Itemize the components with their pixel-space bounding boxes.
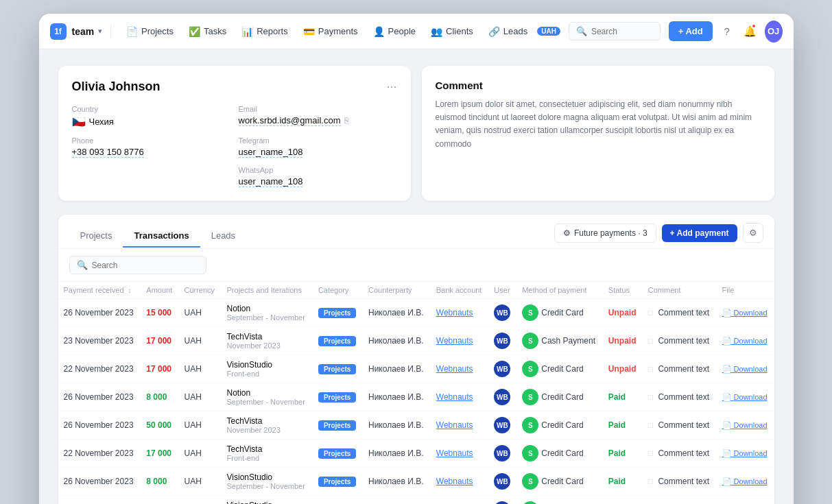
add-button[interactable]: + Add [669, 21, 713, 41]
cell-bank[interactable]: Webnauts [431, 355, 489, 383]
cell-currency: UAH [178, 411, 221, 440]
cell-category: Projects [313, 496, 363, 505]
cell-date: 26 November 2023 [58, 411, 141, 440]
cell-bank[interactable]: Webnauts [431, 411, 489, 440]
future-payments-button[interactable]: ⚙ Future payments · 3 [554, 224, 656, 243]
cell-file[interactable]: 📄 Download [717, 383, 774, 411]
tab-projects[interactable]: Projects [69, 225, 123, 248]
table-tabs: Projects Transactions Leads ⚙ Future pay… [58, 215, 774, 249]
project-iteration: November 2023 [227, 341, 307, 350]
project-name: TechVista [227, 416, 307, 426]
cell-bank[interactable]: Webnauts [431, 440, 489, 468]
cell-user: WB [488, 383, 516, 411]
nav-item-people[interactable]: 👤 People [366, 22, 423, 41]
download-link[interactable]: 📄 Download [722, 421, 768, 429]
cell-category: Projects [313, 468, 363, 496]
cell-project: VisionStudio September - November [222, 468, 313, 496]
tab-leads[interactable]: Leads [200, 225, 246, 248]
col-projects: Projects and Iterations [222, 282, 313, 299]
project-name: VisionStudio [227, 501, 307, 504]
cell-file[interactable]: 📄 Download [717, 440, 774, 468]
cell-counterparty: Николаев И.В. [363, 383, 431, 411]
col-amount: Amount [141, 282, 178, 299]
cell-project: VisionStudio September - November [222, 496, 313, 505]
cell-bank[interactable]: Webnauts [431, 327, 489, 355]
download-link[interactable]: 📄 Download [722, 309, 768, 317]
nav-item-reports[interactable]: 📊 Reports [235, 22, 295, 41]
nav-item-tasks[interactable]: ✅ Tasks [182, 22, 233, 41]
col-payment-received[interactable]: Payment received ↕ [58, 282, 141, 299]
cell-bank[interactable]: Webnauts [431, 299, 489, 327]
nav-item-payments[interactable]: 💳 Payments [296, 22, 365, 41]
nav-logo: 1f [50, 23, 67, 40]
search-input[interactable] [591, 27, 653, 36]
projects-icon: 📄 [126, 26, 138, 37]
comment-icon: □ [648, 308, 653, 317]
comment-icon: □ [648, 336, 653, 346]
country-field: Country 🇨🇿 Чехия [72, 105, 230, 128]
cell-status: Paid [603, 383, 643, 411]
nav-team-dropdown-icon[interactable]: ▾ [98, 27, 102, 36]
user-avatar[interactable]: OJ [765, 21, 783, 43]
user-avatar-cell: WB [494, 473, 510, 490]
profile-more-button[interactable]: ··· [386, 80, 396, 94]
cell-date: 26 November 2023 [58, 383, 141, 411]
table-row: 26 November 2023 50 000 UAH TechVista No… [58, 411, 774, 440]
table-header-row: Payment received ↕ Amount Currency Proje… [58, 282, 774, 299]
table-row: 23 November 2023 17 000 UAH TechVista No… [58, 327, 774, 355]
comment-icon: □ [648, 420, 653, 430]
user-avatar-cell: WB [494, 389, 510, 405]
cell-amount: 8 000 [141, 468, 178, 496]
cell-method: S Cash Payment [516, 327, 603, 355]
cell-bank[interactable]: Webnauts [431, 496, 489, 505]
cell-file[interactable]: 📄 Download [717, 411, 774, 440]
project-iteration: Front-end [227, 370, 307, 378]
download-link[interactable]: 📄 Download [722, 449, 768, 457]
nav-item-leads[interactable]: 🔗 Leads [482, 22, 534, 41]
cell-file[interactable]: 📄 Download [717, 299, 774, 327]
table-search-input[interactable] [92, 261, 195, 270]
search-icon: 🔍 [576, 26, 587, 36]
cell-amount: 50 000 [141, 411, 178, 440]
cell-file[interactable]: 📄 Download [717, 496, 774, 505]
tabs-left: Projects Transactions Leads [69, 225, 247, 247]
currency-badge[interactable]: UAH [537, 27, 560, 36]
cell-currency: UAH [178, 327, 221, 355]
cell-user: WB [488, 411, 516, 440]
comment-title: Comment [436, 80, 761, 91]
download-link[interactable]: 📄 Download [722, 337, 768, 345]
cell-file[interactable]: 📄 Download [717, 468, 774, 496]
nav-item-projects[interactable]: 📄 Projects [119, 22, 180, 41]
payment-method-icon: S [522, 389, 538, 405]
cell-category: Projects [313, 299, 363, 327]
cell-user: WB [488, 355, 516, 383]
country-flag: 🇨🇿 [72, 115, 86, 128]
tab-transactions[interactable]: Transactions [123, 225, 200, 248]
download-link[interactable]: 📄 Download [722, 477, 768, 485]
project-name: VisionStudio [227, 472, 307, 482]
copy-icon[interactable]: ⎘ [344, 116, 349, 125]
email-text: work.srbd.ids@gmail.com [239, 115, 341, 126]
cell-amount: 15 000 [141, 496, 178, 505]
table-row: 26 November 2023 8 000 UAH VisionStudio … [58, 468, 774, 496]
payment-method-icon: S [522, 333, 538, 349]
cell-project: VisionStudio Front-end [222, 355, 313, 383]
notifications-button[interactable]: 🔔 [741, 21, 759, 43]
nav-team-label: team [72, 26, 95, 37]
settings-button[interactable]: ⚙ [743, 223, 763, 243]
nav-item-clients[interactable]: 👥 Clients [424, 22, 480, 41]
download-link[interactable]: 📄 Download [722, 365, 768, 373]
help-button[interactable]: ? [718, 21, 736, 43]
telegram-field: Telegram user_name_108 [239, 136, 397, 158]
cell-bank[interactable]: Webnauts [431, 468, 489, 496]
cell-file[interactable]: 📄 Download [717, 355, 774, 383]
cell-bank[interactable]: Webnauts [431, 383, 489, 411]
table-row: 26 November 2023 15 000 UAH Notion Septe… [58, 299, 774, 327]
comment-icon: □ [648, 448, 653, 458]
comment-text: Lorem ipsum dolor sit amet, consectetuer… [436, 98, 761, 151]
download-link[interactable]: 📄 Download [722, 393, 768, 401]
user-avatar-cell: WB [494, 445, 510, 461]
cell-file[interactable]: 📄 Download [717, 327, 774, 355]
add-payment-button[interactable]: + Add payment [662, 224, 737, 242]
country-label: Country [72, 105, 230, 113]
